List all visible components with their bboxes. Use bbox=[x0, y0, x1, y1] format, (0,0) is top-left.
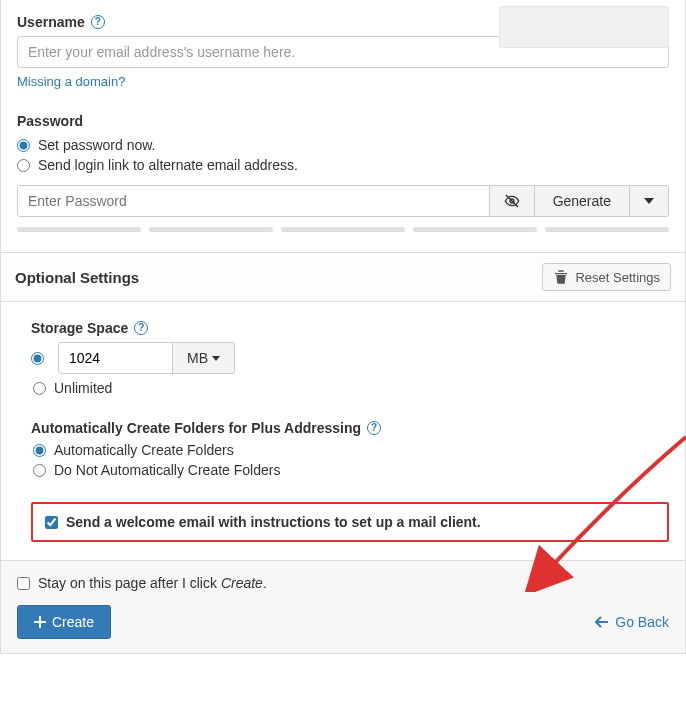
missing-domain-link[interactable]: Missing a domain? bbox=[17, 74, 125, 89]
storage-label: Storage Space bbox=[31, 320, 128, 336]
welcome-email-highlight: Send a welcome email with instructions t… bbox=[31, 502, 669, 542]
storage-group: Storage Space ? MB Unlimited bbox=[31, 320, 669, 396]
arrow-left-icon bbox=[595, 616, 609, 628]
password-group: Password Set password now. Send login li… bbox=[17, 113, 669, 232]
optional-settings-heading: Optional Settings bbox=[15, 269, 139, 286]
eye-slash-icon bbox=[504, 193, 520, 209]
optional-settings-header: Optional Settings Reset Settings bbox=[1, 252, 685, 301]
stay-on-page-checkbox-row[interactable]: Stay on this page after I click Create. bbox=[17, 575, 669, 591]
plus-icon bbox=[34, 616, 46, 628]
username-label: Username bbox=[17, 14, 85, 30]
radio-send-login-link[interactable]: Send login link to alternate email addre… bbox=[17, 157, 669, 173]
trash-icon bbox=[553, 269, 569, 285]
go-back-link[interactable]: Go Back bbox=[595, 614, 669, 630]
optional-settings-body: Storage Space ? MB Unlimited Automatical… bbox=[1, 301, 685, 560]
create-button[interactable]: Create bbox=[17, 605, 111, 639]
plus-addressing-label: Automatically Create Folders for Plus Ad… bbox=[31, 420, 361, 436]
form-panel: Username ? Missing a domain? Password Se… bbox=[0, 0, 686, 654]
radio-storage-quota[interactable] bbox=[31, 352, 44, 365]
radio-storage-unlimited[interactable]: Unlimited bbox=[33, 380, 669, 396]
radio-plus-yes[interactable]: Automatically Create Folders bbox=[33, 442, 669, 458]
toggle-password-visibility-button[interactable] bbox=[489, 186, 534, 216]
password-input[interactable] bbox=[18, 186, 489, 216]
help-icon[interactable]: ? bbox=[367, 421, 381, 435]
caret-down-icon bbox=[212, 356, 220, 361]
help-icon[interactable]: ? bbox=[134, 321, 148, 335]
form-footer: Stay on this page after I click Create. … bbox=[1, 560, 685, 653]
reset-settings-button[interactable]: Reset Settings bbox=[542, 263, 671, 291]
domain-suffix-blurred bbox=[499, 6, 669, 48]
stay-on-page-checkbox[interactable] bbox=[17, 577, 30, 590]
storage-quota-input[interactable] bbox=[58, 342, 173, 374]
svg-rect-3 bbox=[34, 621, 46, 623]
radio-plus-no[interactable]: Do Not Automatically Create Folders bbox=[33, 462, 669, 478]
password-input-bar: Generate bbox=[17, 185, 669, 217]
password-strength-meter bbox=[17, 227, 669, 232]
radio-set-password-now[interactable]: Set password now. bbox=[17, 137, 669, 153]
generate-options-caret-button[interactable] bbox=[629, 186, 668, 216]
welcome-email-checkbox[interactable] bbox=[45, 516, 58, 529]
welcome-email-label: Send a welcome email with instructions t… bbox=[66, 514, 481, 530]
caret-down-icon bbox=[644, 198, 654, 204]
plus-addressing-group: Automatically Create Folders for Plus Ad… bbox=[31, 420, 669, 478]
storage-unit-dropdown[interactable]: MB bbox=[173, 342, 235, 374]
generate-password-button[interactable]: Generate bbox=[534, 186, 629, 216]
username-group: Username ? Missing a domain? bbox=[17, 14, 669, 89]
password-label: Password bbox=[17, 113, 83, 129]
help-icon[interactable]: ? bbox=[91, 15, 105, 29]
